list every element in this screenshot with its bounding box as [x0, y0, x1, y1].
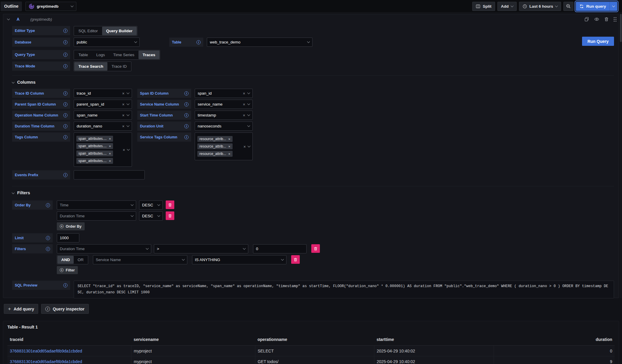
limit-input[interactable] [57, 233, 79, 242]
header-servicename[interactable]: servicename [131, 335, 255, 346]
remove-chip-icon[interactable] [228, 152, 231, 156]
add-order-by-button[interactable]: Order By [57, 222, 85, 230]
scrollbar-thumb[interactable] [620, 14, 622, 42]
query-row-header[interactable]: A (greptimedb) [3, 14, 619, 24]
clear-all-icon[interactable] [243, 144, 246, 149]
tag-chip[interactable]: span_attributes.... [76, 158, 113, 164]
info-icon[interactable] [63, 124, 67, 128]
remove-chip-icon[interactable] [109, 151, 111, 156]
duration-unit-select[interactable]: nanoseconds [195, 122, 253, 131]
info-icon[interactable] [184, 113, 188, 117]
scrollbar-track[interactable] [620, 14, 622, 298]
filter-field-select[interactable]: Duration Time [57, 244, 151, 253]
info-icon[interactable] [63, 91, 67, 96]
option-query-builder[interactable]: Query Builder [102, 27, 137, 35]
remove-chip-icon[interactable] [109, 159, 111, 163]
clear-all-icon[interactable] [123, 148, 125, 152]
header-duration[interactable]: duration [494, 335, 615, 346]
table-select[interactable]: web_trace_demo [207, 38, 312, 47]
info-icon[interactable] [46, 236, 50, 240]
duplicate-query-icon[interactable] [584, 17, 589, 22]
info-icon[interactable] [63, 102, 67, 106]
option-sql-editor[interactable]: SQL Editor [74, 27, 102, 35]
info-icon[interactable] [63, 283, 67, 287]
header-traceid[interactable]: traceid [7, 335, 131, 346]
service-tag-chip[interactable]: resource_attrib... [197, 143, 233, 149]
info-icon[interactable] [63, 40, 67, 44]
remove-order-by-button[interactable] [166, 211, 174, 220]
tag-chip[interactable]: span_attributes.... [76, 143, 113, 149]
collapse-chevron-icon[interactable] [7, 17, 10, 20]
option-time-series[interactable]: Time Series [109, 51, 139, 59]
clear-icon[interactable] [122, 124, 125, 128]
remove-order-by-button[interactable] [166, 200, 174, 209]
remove-filter-button[interactable] [291, 255, 300, 264]
info-icon[interactable] [63, 53, 67, 57]
header-starttime[interactable]: starttime [374, 335, 494, 346]
outline-button[interactable]: Outline [1, 1, 22, 11]
order-by-direction-select-1[interactable]: DESC [139, 200, 163, 210]
option-and[interactable]: AND [57, 256, 74, 264]
info-icon[interactable] [46, 203, 50, 207]
option-logs[interactable]: Logs [92, 51, 109, 59]
clear-icon[interactable] [122, 91, 125, 96]
info-icon[interactable] [184, 102, 188, 106]
operation-name-column-select[interactable]: span_name [74, 111, 132, 120]
editor-run-query-button[interactable]: Run Query [582, 37, 614, 46]
columns-section-header[interactable]: Columns [12, 80, 614, 85]
remove-chip-icon[interactable] [228, 144, 231, 148]
query-inspector-button[interactable]: Query inspector [41, 304, 88, 314]
trace-id-column-select[interactable]: trace_id [74, 89, 132, 98]
info-icon[interactable] [196, 40, 201, 44]
tag-chip[interactable]: span_attributes.... [76, 136, 113, 142]
tags-column-multiselect[interactable]: span_attributes.... span_attributes.... … [74, 132, 132, 167]
add-filter-button[interactable]: Filter [57, 266, 78, 274]
clear-icon[interactable] [243, 102, 245, 106]
remove-filter-button[interactable] [311, 244, 320, 253]
zoom-out-button[interactable] [563, 2, 573, 11]
option-trace-search[interactable]: Trace Search [74, 62, 107, 71]
span-id-column-select[interactable]: span_id [195, 89, 253, 98]
info-icon[interactable] [184, 124, 188, 128]
info-icon[interactable] [46, 247, 50, 251]
start-time-column-select[interactable]: timestamp [195, 111, 253, 120]
filter-operator-select-2[interactable]: IS ANYTHING [192, 255, 286, 264]
clear-icon[interactable] [243, 91, 245, 96]
datasource-picker[interactable]: greptimedb [25, 2, 76, 11]
events-prefix-input[interactable] [74, 170, 145, 179]
order-by-field-select-2[interactable]: Duration Time [57, 211, 136, 221]
parent-span-id-column-select[interactable]: parent_span_id [74, 100, 132, 109]
drag-handle-icon[interactable] [614, 17, 615, 18]
clear-icon[interactable] [122, 102, 125, 106]
option-trace-id[interactable]: Trace ID [107, 62, 131, 71]
service-name-column-select[interactable]: service_name [195, 100, 253, 109]
remove-chip-icon[interactable] [228, 137, 231, 141]
filter-operator-select[interactable]: > [154, 244, 248, 253]
tag-chip[interactable]: span_attributes.... [76, 151, 113, 156]
service-tags-column-multiselect[interactable]: resource_attrib... resource_attrib... re… [195, 132, 253, 160]
hide-query-eye-icon[interactable] [594, 17, 599, 22]
info-icon[interactable] [63, 64, 67, 68]
filter-field-select-2[interactable]: Service Name [93, 255, 187, 264]
remove-chip-icon[interactable] [109, 137, 111, 141]
option-traces[interactable]: Traces [138, 51, 159, 59]
time-range-picker[interactable]: Last 6 hours [519, 2, 561, 11]
header-operationname[interactable]: operationname [255, 335, 374, 346]
option-or[interactable]: OR [74, 256, 87, 264]
clear-icon[interactable] [243, 113, 245, 117]
trace-id-link[interactable]: 3768831301ea0d65adaef8b9da1cbded [10, 359, 82, 364]
duration-time-column-select[interactable]: duration_nano [74, 122, 132, 131]
filter-value-input[interactable] [253, 244, 307, 253]
info-icon[interactable] [63, 113, 67, 117]
filters-section-header[interactable]: Filters [12, 190, 614, 195]
run-query-options-button[interactable] [610, 2, 617, 11]
info-icon[interactable] [184, 91, 188, 96]
info-icon[interactable] [63, 29, 67, 33]
trace-id-link[interactable]: 3768831301ea0d65adaef8b9da1cbded [10, 349, 82, 353]
delete-query-trash-icon[interactable] [604, 17, 609, 22]
option-table[interactable]: Table [74, 51, 92, 59]
clear-icon[interactable] [122, 113, 125, 117]
remove-chip-icon[interactable] [109, 144, 111, 148]
info-icon[interactable] [63, 135, 67, 139]
info-icon[interactable] [63, 173, 67, 177]
